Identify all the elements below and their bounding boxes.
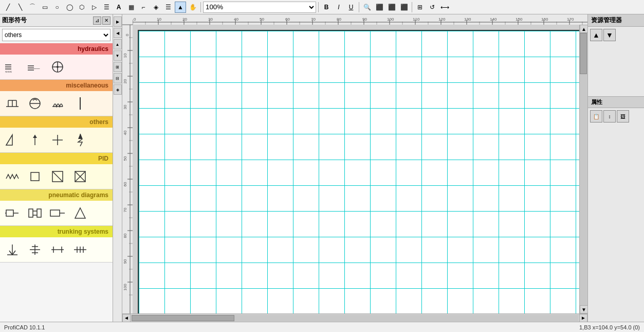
sep4 [412,2,412,12]
list-item[interactable] [25,166,45,187]
resource-down-btn[interactable]: ▼ [603,29,616,41]
list-item[interactable] [70,130,90,150]
prop-tool-3[interactable]: 🖼 [617,110,629,123]
bold-btn[interactable]: A [113,2,124,13]
rotate-btn[interactable]: ↺ [427,2,438,13]
zoom-select[interactable]: 100% [203,2,316,13]
micro-btn-3[interactable]: ▲ [114,39,122,49]
svg-text:20: 20 [123,79,127,83]
misc-grid [0,91,113,116]
table-btn[interactable]: ▦ [125,2,137,13]
category-select[interactable]: others hydraulics miscellaneous PID pneu… [2,29,111,41]
bus-btn[interactable]: ◈ [150,2,161,13]
rect-tool-btn[interactable]: ▭ [39,2,50,13]
list-item[interactable] [2,130,23,150]
micro-btn-5[interactable]: ⊞ [114,62,122,72]
list-item[interactable] [2,93,23,114]
underline-text-btn[interactable]: U [345,2,357,13]
list-item[interactable] [25,130,45,150]
ellipse-tool-btn[interactable]: ◯ [64,2,75,13]
pid-sym-4 [72,168,88,185]
list-item[interactable] [25,93,45,114]
label-btn[interactable]: ☰ [162,2,174,13]
resource-panel: 资源管理器 ▲ ▼ [588,14,644,97]
list-item[interactable] [70,166,90,187]
list-item[interactable] [70,203,90,223]
vertical-scrollbar[interactable]: ▲ ▼ [579,25,587,313]
vscroll-thumb[interactable] [580,33,587,74]
list-item[interactable] [2,203,23,223]
list-item[interactable]: ≈≈≈ [2,57,23,77]
align-left-btn[interactable]: ⬛ [374,2,385,13]
arc-tool-btn[interactable]: ⌒ [27,2,38,13]
canvas-grid [139,31,579,313]
line-tool-btn[interactable]: ╲ [14,2,26,13]
resource-up-btn[interactable]: ▲ [590,29,602,41]
zoom-in-btn[interactable]: 🔍 [361,2,373,13]
hscroll-left-btn[interactable]: ◄ [122,314,131,322]
text-tool-btn[interactable]: ▷ [88,2,100,13]
pan-btn[interactable]: ✋ [187,2,198,13]
svg-text:60: 60 [123,182,127,186]
hscroll-thumb[interactable] [132,315,234,321]
category-trunking-header[interactable]: trunking systems [0,226,113,237]
prop-tool-1[interactable]: 📋 [590,110,602,123]
panel-close-btn[interactable]: ✕ [102,16,111,25]
svg-text:100: 100 [387,17,394,22]
svg-text:50: 50 [123,156,127,161]
pneumatic-sym-4 [72,205,88,221]
list-item[interactable] [47,239,68,260]
list-item[interactable] [47,166,68,187]
italic-text-btn[interactable]: I [333,2,344,13]
svg-text:30: 30 [208,17,213,22]
list-item[interactable] [70,239,90,260]
svg-rect-114 [122,25,133,313]
vscroll-down-btn[interactable]: ▼ [580,305,587,313]
micro-btn-4[interactable]: ▼ [114,50,122,61]
list-item[interactable] [25,239,45,260]
mirror-btn[interactable]: ⟷ [439,2,450,13]
list-item[interactable] [47,203,68,223]
category-misc-header[interactable]: miscellaneous [0,80,113,91]
svg-text:50: 50 [260,17,264,22]
list-item[interactable] [47,130,68,150]
vscroll-up-btn[interactable]: ▲ [580,25,587,33]
category-pneumatic-header[interactable]: pneumatic diagrams [0,189,113,201]
panel-pin-btn[interactable]: ⊿ [93,16,101,25]
category-hydraulics-header[interactable]: hydraulics [0,43,113,55]
horizontal-scrollbar[interactable]: ◄ ► [122,313,587,322]
list-item[interactable] [25,203,45,223]
vscroll-track[interactable] [580,33,587,305]
svg-line-46 [12,251,15,255]
align-right-btn[interactable]: ⬛ [398,2,410,13]
list-item[interactable] [2,239,23,260]
micro-btn-1[interactable]: ▶ [114,16,122,27]
prop-tool-2[interactable]: ↕ [603,110,616,123]
select-btn[interactable]: ▲ [175,2,186,13]
svg-text:120: 120 [438,17,446,22]
hscroll-track[interactable] [132,315,578,321]
micro-btn-2[interactable]: ◀ [114,28,122,38]
canvas-scroll[interactable] [133,25,579,313]
arrow-tool-btn[interactable]: ╱ [2,2,13,13]
micro-btn-6[interactable]: ⊟ [114,73,122,83]
hscroll-right-btn[interactable]: ► [579,314,587,322]
left-micro-toolbar: ▶ ◀ ▲ ▼ ⊞ ⊟ ◈ [113,14,122,322]
list-item[interactable] [70,93,90,114]
list-item[interactable] [47,57,68,77]
hydraulic-sym-2: ── [27,59,43,75]
polygon-tool-btn[interactable]: ⬡ [76,2,87,13]
micro-btn-7[interactable]: ◈ [114,84,122,95]
symbol-tool-btn[interactable]: ☰ [101,2,112,13]
wire-btn[interactable]: ⌐ [138,2,149,13]
category-pid-header[interactable]: PID [0,153,113,164]
drawing-canvas[interactable] [138,30,579,313]
bold-text-btn[interactable]: B [321,2,332,13]
list-item[interactable]: ── [25,57,45,77]
list-item[interactable] [2,166,23,187]
circle-tool-btn[interactable]: ○ [51,2,63,13]
grid-btn[interactable]: ⊞ [414,2,426,13]
align-center-btn[interactable]: ⬛ [386,2,397,13]
category-others-header[interactable]: others [0,116,113,128]
list-item[interactable] [47,93,68,114]
